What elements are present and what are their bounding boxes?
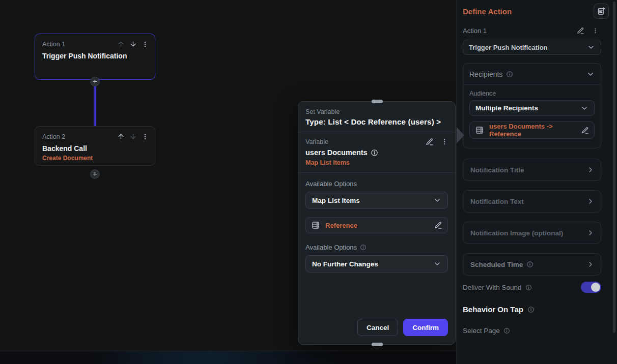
- database-icon: [475, 126, 484, 135]
- action-type-dropdown[interactable]: Trigger Push Notification: [463, 40, 601, 55]
- recipients-title: Recipients: [469, 70, 502, 78]
- variable-name: users Documents: [305, 148, 368, 157]
- cancel-button[interactable]: Cancel: [357, 319, 398, 336]
- notification-text-header[interactable]: Notification Text: [463, 191, 601, 212]
- notification-title-header[interactable]: Notification Title: [463, 159, 601, 180]
- select-page-label: Select Page: [463, 327, 500, 335]
- audience-label: Audience: [469, 90, 595, 97]
- section-label: Notification Image (optional): [470, 229, 563, 237]
- behavior-on-tap-heading: Behavior On Tap: [463, 305, 523, 314]
- chevron-down-icon: [433, 196, 441, 204]
- database-icon: [311, 221, 320, 230]
- move-down-icon[interactable]: [129, 133, 137, 140]
- copy-action-button[interactable]: [594, 4, 609, 19]
- chevron-down-icon: [580, 104, 588, 112]
- set-variable-dialog: Set Variable Type: List < Doc Reference …: [298, 101, 456, 345]
- scheduled-time-section: Scheduled Time: [463, 253, 601, 276]
- confirm-button[interactable]: Confirm: [403, 319, 448, 336]
- variable-label: Variable: [305, 138, 426, 145]
- add-action-button[interactable]: [90, 169, 100, 179]
- deliver-with-sound-label: Deliver With Sound: [463, 284, 522, 291]
- dropdown-value: Trigger Push Notification: [469, 44, 587, 51]
- action-node-title: Trigger Push Notification: [42, 52, 149, 60]
- reference-row[interactable]: Reference: [305, 217, 448, 233]
- available-options-label: Available Options: [305, 244, 357, 251]
- panel-title: Define Action: [463, 7, 594, 16]
- edit-pencil-icon[interactable]: [426, 138, 434, 146]
- notification-text-section: Notification Text: [463, 190, 601, 213]
- add-note-icon: [597, 7, 606, 16]
- notification-image-header[interactable]: Notification Image (optional): [463, 222, 601, 244]
- dropdown-value: Map List Items: [312, 197, 433, 204]
- chevron-down-icon: [587, 43, 595, 51]
- dialog-header: Set Variable Type: List < Doc Reference …: [298, 102, 455, 132]
- define-action-panel: Define Action Action 1 Trigger Push Noti…: [456, 0, 617, 364]
- dialog-title: Type: List < Doc Reference (users) >: [305, 117, 448, 126]
- action-node-label: Action 2: [42, 133, 117, 140]
- notification-image-section: Notification Image (optional): [463, 222, 601, 244]
- reference-value: Reference: [325, 222, 429, 229]
- section-label: Notification Text: [470, 198, 524, 205]
- dialog-kicker: Set Variable: [305, 108, 448, 115]
- edit-pencil-icon[interactable]: [581, 127, 589, 134]
- map-list-items-dropdown[interactable]: Map List Items: [305, 192, 448, 209]
- info-icon: [525, 284, 532, 291]
- chevron-right-icon: [586, 166, 595, 174]
- info-icon: [360, 244, 367, 251]
- section-label: Notification Title: [470, 166, 524, 174]
- action-node-label: Action 1: [42, 41, 117, 48]
- add-action-icon: [92, 79, 98, 84]
- variable-block: Variable users Documents Map List Items: [298, 132, 455, 173]
- edit-pencil-icon[interactable]: [434, 221, 442, 229]
- deliver-with-sound-toggle[interactable]: [581, 282, 601, 293]
- variable-mode: Map List Items: [305, 159, 448, 166]
- action-node-subtitle: Create Document: [42, 155, 149, 162]
- drag-handle[interactable]: [372, 100, 383, 103]
- panel-action-label: Action 1: [463, 27, 577, 35]
- recipients-header[interactable]: Recipients: [463, 64, 601, 85]
- action-node-2[interactable]: Action 2 Backend Call Create Document: [35, 126, 155, 166]
- notification-title-section: Notification Title: [463, 159, 601, 181]
- reference-value: users Documents -> Reference: [489, 123, 576, 138]
- more-options-icon[interactable]: [592, 27, 599, 34]
- action-node-1[interactable]: Action 1 Trigger Push Notification: [35, 34, 155, 80]
- info-icon: [503, 327, 510, 334]
- move-up-icon[interactable]: [117, 133, 125, 140]
- info-icon: [506, 71, 513, 78]
- chevron-right-icon: [586, 229, 595, 237]
- panel-scrollbar[interactable]: [613, 2, 615, 333]
- no-further-changes-dropdown[interactable]: No Further Changes: [305, 255, 448, 272]
- app-preview-edge: [0, 351, 456, 364]
- more-options-icon[interactable]: [142, 41, 149, 48]
- toggle-knob: [591, 283, 600, 292]
- info-icon: [527, 306, 535, 313]
- info-icon: [526, 261, 534, 268]
- available-options-label: Available Options: [305, 180, 357, 188]
- move-down-icon[interactable]: [129, 40, 137, 48]
- more-options-icon[interactable]: [142, 133, 149, 140]
- scheduled-time-header[interactable]: Scheduled Time: [463, 254, 601, 275]
- section-label: Scheduled Time: [470, 261, 523, 268]
- info-icon: [371, 149, 378, 157]
- dialog-body: Available Options Map List Items Referen…: [298, 173, 455, 272]
- recipients-reference-row[interactable]: users Documents -> Reference: [469, 122, 595, 139]
- add-action-icon: [92, 171, 98, 177]
- dropdown-value: No Further Changes: [312, 260, 433, 268]
- chevron-right-icon: [586, 197, 595, 205]
- chevron-right-icon: [586, 260, 595, 268]
- action-node-title: Backend Call: [42, 144, 149, 153]
- action-connector-line: [94, 81, 96, 126]
- edit-pencil-icon[interactable]: [577, 27, 584, 35]
- audience-dropdown[interactable]: Multiple Recipients: [469, 100, 595, 116]
- recipients-section: Recipients Audience Multiple Recipients …: [463, 63, 601, 148]
- move-up-icon[interactable]: [117, 40, 125, 48]
- dropdown-value: Multiple Recipients: [475, 104, 580, 112]
- chevron-down-icon: [433, 260, 441, 268]
- drag-handle[interactable]: [372, 343, 383, 346]
- link-pointer-arrow: [457, 127, 464, 143]
- more-options-icon[interactable]: [441, 138, 448, 145]
- chevron-down-icon: [586, 70, 595, 78]
- add-action-button[interactable]: [90, 77, 100, 86]
